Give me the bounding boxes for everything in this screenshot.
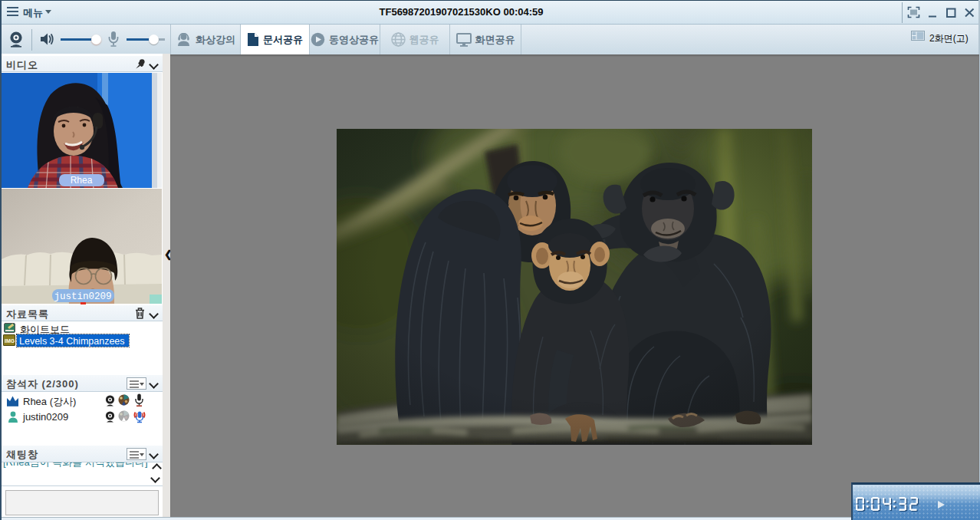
svg-text:Rhea: Rhea [71, 175, 93, 186]
svg-text:justin0209: justin0209 [54, 291, 111, 302]
